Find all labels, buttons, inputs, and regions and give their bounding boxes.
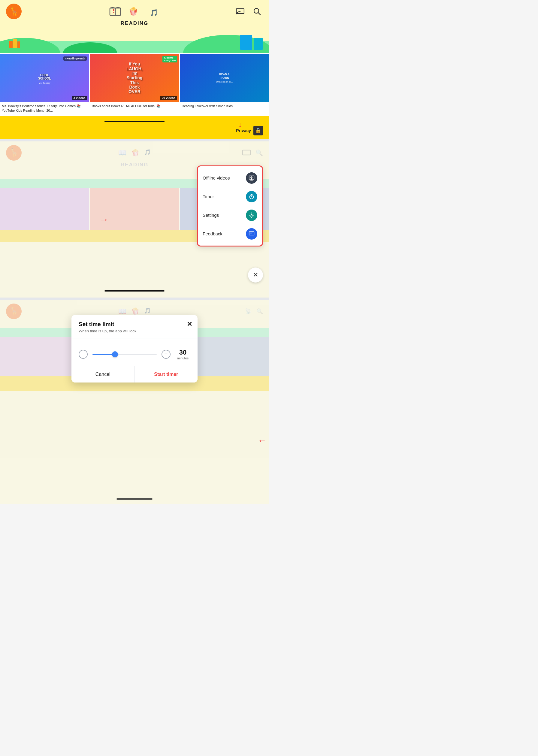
timer-number: 30 bbox=[175, 349, 190, 356]
book-icon[interactable] bbox=[109, 5, 122, 18]
menu-label-feedback: Feedback bbox=[203, 231, 223, 236]
section-top: 🦒 🍿 🎵 bbox=[0, 0, 269, 139]
videos-row: COOLSCHOOL Ms. Booksy #ReadingMonth 3 vi… bbox=[0, 53, 269, 116]
cancel-button[interactable]: Cancel bbox=[72, 366, 135, 383]
timer-slider[interactable] bbox=[92, 354, 157, 355]
hashtag-badge-1: #ReadingMonth bbox=[63, 56, 87, 61]
search-button[interactable] bbox=[251, 5, 263, 18]
menu-label-timer: Timer bbox=[203, 194, 214, 199]
divider-1 bbox=[0, 139, 269, 141]
menu-close-button[interactable]: ✕ bbox=[248, 267, 263, 283]
settings-icon bbox=[246, 210, 257, 221]
dialog-close-button[interactable]: ✕ bbox=[187, 320, 192, 328]
scroll-indicator-2 bbox=[104, 290, 165, 292]
kidtime-badge: KidTimeStoryTime bbox=[162, 56, 177, 63]
close-icon: ✕ bbox=[253, 271, 258, 279]
svg-rect-3 bbox=[113, 12, 114, 13]
svg-rect-2 bbox=[113, 9, 114, 11]
svg-point-9 bbox=[63, 42, 117, 53]
slider-section: − + 30 minutes bbox=[72, 341, 197, 366]
slider-thumb[interactable] bbox=[112, 351, 118, 357]
home-indicator-3 bbox=[0, 498, 269, 500]
video-card-2[interactable]: If YouLAUGH,I'mStartingThisBookOVER KidT… bbox=[90, 54, 179, 116]
popcorn-icon[interactable]: 🍿 bbox=[127, 5, 140, 18]
video-title-2: Books about Books READ ALOUD for Kids! 📚 bbox=[90, 102, 179, 111]
menu-label-offline: Offline videos bbox=[203, 175, 230, 181]
decrease-button[interactable]: − bbox=[79, 350, 88, 359]
divider-2 bbox=[0, 297, 269, 300]
home-bar-3 bbox=[117, 498, 152, 500]
video-thumb-3: READ &LEARNwith simon ki... bbox=[180, 54, 269, 102]
privacy-row: ↓ Privacy 🔒 bbox=[0, 123, 269, 139]
timer-icon bbox=[246, 191, 257, 202]
timer-value: 30 minutes bbox=[175, 349, 190, 360]
video-card-3[interactable]: READ &LEARNwith simon ki... Reading Take… bbox=[180, 54, 269, 116]
app-header: 🦒 🍿 🎵 bbox=[0, 0, 269, 19]
svg-rect-16 bbox=[242, 150, 250, 155]
start-timer-button[interactable]: Start timer bbox=[135, 366, 198, 383]
lock-icon[interactable]: 🔒 bbox=[253, 126, 263, 135]
bottom-bar-1: ↓ Privacy 🔒 bbox=[0, 116, 269, 139]
section-menu: 🦒 📖 🍿 🎵 🔍 READING → bbox=[0, 141, 269, 297]
menu-panel: Offline videos Timer bbox=[197, 165, 263, 246]
scene-strip bbox=[0, 29, 269, 53]
timer-unit: minutes bbox=[175, 356, 190, 360]
scroll-row-2 bbox=[0, 290, 269, 292]
menu-item-feedback[interactable]: Feedback bbox=[198, 225, 262, 243]
dialog-actions: Cancel Start timer bbox=[72, 366, 197, 383]
menu-item-offline[interactable]: Offline videos bbox=[198, 169, 262, 188]
privacy-arrow: ↓ bbox=[239, 120, 242, 129]
video-thumb-1: COOLSCHOOL Ms. Booksy #ReadingMonth 3 vi… bbox=[0, 54, 89, 102]
menu-item-settings[interactable]: Settings bbox=[198, 206, 262, 225]
dialog-divider bbox=[72, 338, 197, 338]
dialog-title: Set time limit bbox=[79, 321, 190, 328]
dialog-subtitle: When time is up, the app will lock. bbox=[79, 329, 190, 333]
svg-point-23 bbox=[251, 214, 252, 216]
cast-button[interactable] bbox=[234, 5, 246, 18]
video-count-1: 3 videos bbox=[72, 96, 87, 100]
increase-button[interactable]: + bbox=[162, 350, 171, 359]
music-icon[interactable]: 🎵 bbox=[147, 6, 160, 20]
svg-rect-15 bbox=[254, 38, 263, 50]
dialog-header: Set time limit When time is up, the app … bbox=[72, 315, 197, 335]
section-timer: 🦒 📖 🍿 🎵 📡 🔍 Set time limit When time is … bbox=[0, 300, 269, 504]
svg-line-7 bbox=[258, 13, 260, 15]
svg-rect-14 bbox=[240, 35, 252, 50]
menu-item-timer[interactable]: Timer bbox=[198, 188, 262, 206]
privacy-label[interactable]: Privacy bbox=[236, 128, 251, 133]
svg-rect-12 bbox=[18, 41, 20, 48]
svg-rect-24 bbox=[249, 232, 254, 235]
video-thumb-2: If YouLAUGH,I'mStartingThisBookOVER KidT… bbox=[90, 54, 179, 102]
video-count-2: 29 videos bbox=[160, 96, 178, 100]
header-nav: 🍿 🎵 bbox=[109, 3, 160, 20]
video-title-1: Ms. Booksy's Bedtime Stories + StoryTime… bbox=[0, 102, 89, 116]
offline-icon bbox=[246, 172, 257, 184]
svg-rect-11 bbox=[13, 39, 17, 48]
feedback-icon bbox=[246, 228, 257, 240]
slider-fill bbox=[92, 354, 115, 355]
giraffe-icon: 🦒 bbox=[9, 7, 19, 17]
scroll-indicator-1 bbox=[104, 121, 165, 122]
menu-label-settings: Settings bbox=[203, 213, 219, 218]
start-arrow: ← bbox=[258, 435, 267, 446]
menu-arrow: → bbox=[99, 214, 109, 225]
video-card-1[interactable]: COOLSCHOOL Ms. Booksy #ReadingMonth 3 vi… bbox=[0, 54, 89, 116]
reading-label: READING bbox=[0, 19, 269, 29]
app-logo[interactable]: 🦒 bbox=[6, 4, 22, 19]
video-title-3: Reading Takeover with Simon Kids bbox=[180, 102, 269, 111]
svg-rect-10 bbox=[9, 41, 13, 48]
header-right bbox=[234, 5, 263, 18]
timer-dialog: Set time limit When time is up, the app … bbox=[72, 315, 197, 383]
